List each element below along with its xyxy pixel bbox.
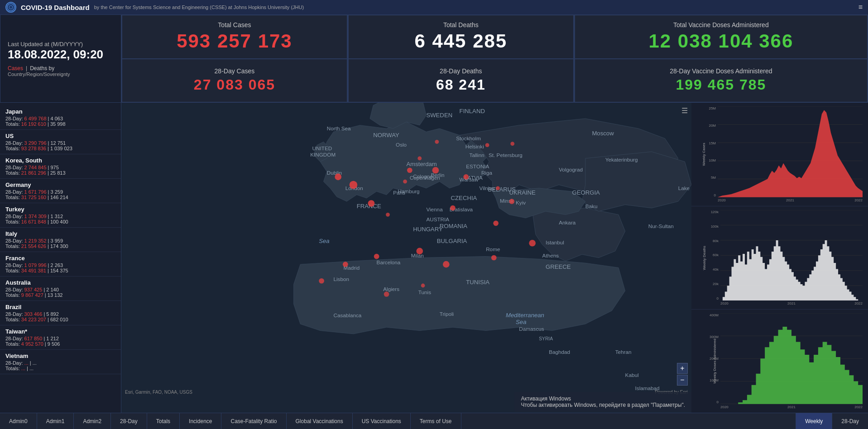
svg-text:ESTONIA: ESTONIA <box>466 163 489 169</box>
svg-text:Damascus: Damascus <box>519 326 544 332</box>
svg-point-96 <box>496 186 500 190</box>
svg-point-76 <box>350 181 358 189</box>
sidebar-country-vietnam[interactable]: Vietnam 28-Day: ... | ... Totals: ... | … <box>0 350 121 374</box>
nav-28day[interactable]: 28-Day <box>111 413 147 429</box>
svg-point-93 <box>510 142 514 146</box>
svg-point-83 <box>374 254 379 259</box>
sidebar-country-france[interactable]: France 28-Day: 1 079 996 | 2 263 Totals:… <box>0 252 121 276</box>
cases-y-ticks: 25M 20M 15M 10M 5M 0 <box>704 106 718 197</box>
svg-text:Milan: Milan <box>411 253 424 259</box>
nav-admin2[interactable]: Admin2 <box>74 413 111 429</box>
svg-text:Oslo: Oslo <box>396 142 407 148</box>
deaths-chart-area <box>720 210 863 301</box>
nav-admin0[interactable]: Admin0 <box>0 413 37 429</box>
svg-point-82 <box>343 262 348 267</box>
svg-text:Casablanca: Casablanca <box>333 312 361 318</box>
svg-text:SYRIA: SYRIA <box>539 336 553 341</box>
svg-text:UNITED: UNITED <box>312 145 332 151</box>
svg-text:AUSTRIA: AUSTRIA <box>426 216 449 222</box>
country-28day: 28-Day: 1 079 996 | 2 263 <box>5 262 115 268</box>
svg-text:NORWAY: NORWAY <box>373 132 399 138</box>
zoom-in-button[interactable]: + <box>677 363 688 374</box>
country-totals: Totals: 31 725 160 | 146 214 <box>5 195 115 200</box>
nav-incidence[interactable]: Incidence <box>180 413 221 429</box>
sidebar-country-brazil[interactable]: Brazil 28-Day: 303 466 | 5 892 Totals: 3… <box>0 301 121 325</box>
svg-text:KINGDOM: KINGDOM <box>310 152 336 157</box>
svg-text:Moscow: Moscow <box>592 130 614 137</box>
zoom-out-button[interactable]: − <box>677 375 688 386</box>
country-totals: Totals: 34 491 381 | 154 375 <box>5 268 115 273</box>
svg-point-89 <box>435 140 439 144</box>
total-deaths-label: Total Deaths <box>443 21 479 29</box>
nav-case-fatality[interactable]: Case-Fatality Ratio <box>221 413 286 429</box>
vaccine-x-labels: 2020 2021 2022 <box>720 405 863 409</box>
map-attribution: Esri, Garmin, FAO, NOAA, USGS <box>125 390 192 395</box>
nav-us-vaccinations[interactable]: US Vaccinations <box>353 413 411 429</box>
main-content: Japan 28-Day: 6 499 768 | 4 063 Totals: … <box>0 103 868 413</box>
nav-admin1[interactable]: Admin1 <box>37 413 74 429</box>
country-name: Korea, South <box>5 157 115 164</box>
nav-terms-of-use[interactable]: Terms of Use <box>411 413 461 429</box>
nav-weekly[interactable]: Weekly <box>796 413 832 429</box>
day28-deaths-box: 28-Day Deaths 68 241 <box>348 59 574 103</box>
sidebar-country-australia[interactable]: Australia 28-Day: 937 425 | 2 140 Totals… <box>0 276 121 301</box>
svg-point-78 <box>407 167 412 173</box>
svg-text:Volgograd: Volgograd <box>559 167 583 172</box>
stats-row: Last Updated at (M/D/YYYY) 18.08.2022, 0… <box>0 14 868 103</box>
svg-text:CZECHIA: CZECHIA <box>451 195 477 201</box>
nav-spacer <box>461 413 796 429</box>
country-name: Italy <box>5 230 115 237</box>
nav-totals[interactable]: Totals <box>147 413 180 429</box>
right-panel: Weekly Cases 25M 20M 15M 10M 5M 0 <box>691 103 868 413</box>
svg-point-99 <box>421 284 425 288</box>
nav-28day-right[interactable]: 28-Day <box>832 413 868 429</box>
svg-text:BULGARIA: BULGARIA <box>437 238 467 244</box>
legend-deaths: Deaths by <box>30 65 54 72</box>
svg-point-79 <box>432 167 439 174</box>
svg-point-80 <box>416 248 423 255</box>
country-28day: 28-Day: 1 671 796 | 3 259 <box>5 189 115 195</box>
svg-text:Yekaterinburg: Yekaterinburg <box>605 157 638 162</box>
map-area[interactable]: SWEDEN FINLAND NORWAY North Sea UNITED K… <box>121 103 691 413</box>
map-powered-by: Powered by Esri <box>655 390 688 395</box>
country-name: Australia <box>5 279 115 286</box>
country-28day: 28-Day: 303 466 | 5 892 <box>5 311 115 317</box>
country-name: Germany <box>5 181 115 188</box>
svg-text:Istanbul: Istanbul <box>546 239 564 245</box>
vaccine-y-ticks: 400M 300M 200M 100M 0 <box>704 313 720 404</box>
country-28day: 28-Day: 2 744 845 | 975 <box>5 165 115 170</box>
day28-cases-value: 27 083 065 <box>194 76 275 93</box>
svg-point-1 <box>9 5 13 9</box>
sidebar-country-us[interactable]: US 28-Day: 3 290 796 | 12 751 Totals: 93… <box>0 130 121 154</box>
svg-text:FINLAND: FINLAND <box>460 108 485 114</box>
cases-x-labels: 2020 2021 2022 <box>718 198 863 202</box>
svg-text:Nur-Sultan: Nur-Sultan <box>648 223 674 229</box>
day28-cases-box: 28-Day Cases 27 083 065 <box>122 59 347 103</box>
map-list-icon[interactable]: ☰ <box>681 106 688 115</box>
sidebar-country-germany[interactable]: Germany 28-Day: 1 671 796 | 3 259 Totals… <box>0 179 121 203</box>
nav-global-vaccinations[interactable]: Global Vaccinations <box>287 413 353 429</box>
map-background: SWEDEN FINLAND NORWAY North Sea UNITED K… <box>121 103 691 413</box>
sidebar-country-japan[interactable]: Japan 28-Day: 6 499 768 | 4 063 Totals: … <box>0 105 121 130</box>
menu-icon[interactable]: ≡ <box>858 3 863 11</box>
svg-text:HUNGARY: HUNGARY <box>413 226 443 233</box>
sidebar-country-italy[interactable]: Italy 28-Day: 1 219 352 | 3 959 Totals: … <box>0 228 121 252</box>
weekly-cases-chart: Weekly Cases 25M 20M 15M 10M 5M 0 <box>691 103 868 206</box>
svg-point-90 <box>485 143 489 147</box>
sidebar-country-taiwan-[interactable]: Taiwan* 28-Day: 617 850 | 1 212 Totals: … <box>0 325 121 350</box>
sidebar-country-turkey[interactable]: Turkey 28-Day: 1 374 309 | 1 312 Totals:… <box>0 203 121 228</box>
country-28day: 28-Day: 937 425 | 2 140 <box>5 287 115 292</box>
svg-point-87 <box>491 255 497 261</box>
svg-text:North Sea: North Sea <box>327 125 351 131</box>
sidebar-country-korea--south[interactable]: Korea, South 28-Day: 2 744 845 | 975 Tot… <box>0 154 121 179</box>
country-28day: 28-Day: ... | ... <box>5 360 115 366</box>
country-28day: 28-Day: 3 290 796 | 12 751 <box>5 140 115 146</box>
svg-point-85 <box>463 174 469 180</box>
svg-point-0 <box>7 4 14 11</box>
country-28day: 28-Day: 6 499 768 | 4 063 <box>5 116 115 121</box>
total-cases-label: Total Cases <box>218 21 251 29</box>
country-totals: Totals: 21 554 626 | 174 300 <box>5 243 115 249</box>
svg-text:TUNISIA: TUNISIA <box>466 279 489 286</box>
sidebar[interactable]: Japan 28-Day: 6 499 768 | 4 063 Totals: … <box>0 103 121 413</box>
svg-point-94 <box>386 213 390 217</box>
